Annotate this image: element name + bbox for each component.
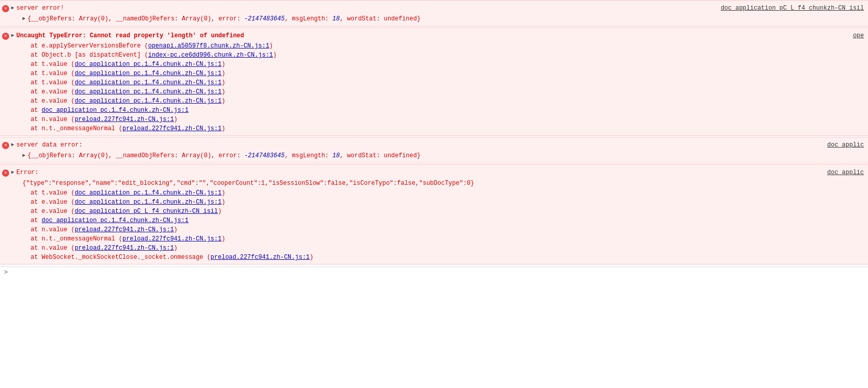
error-block-2: ✕ ▶ Uncaught TypeError: Cannot read prop… — [0, 28, 868, 136]
detail-arrow-1[interactable]: ▶ — [22, 14, 25, 23]
console-prompt: > — [4, 269, 8, 276]
stack-line-4-6: at n.value (preload.227fc941.zh-CN.js:1) — [0, 244, 868, 253]
source-link-2[interactable]: ope — [853, 31, 864, 40]
detail-arrow-3[interactable]: ▶ — [22, 151, 25, 160]
error-detail-3: ▶ {__objRefers: Array(0), __namedObjRefe… — [0, 151, 868, 161]
expand-arrow-3[interactable]: ▶ — [11, 140, 14, 150]
error-title-4: Error: — [16, 168, 827, 177]
error-icon-3: ✕ — [2, 142, 9, 149]
stack-line-2-7: at doc application pc.1…f4.chunk.zh-CN.j… — [0, 106, 868, 115]
stack-line-4-7: at WebSocket._mockSocketClose._socket.on… — [0, 253, 868, 262]
error-block-1-header: ✕ ▶ server error! doc_application_pC_L_f… — [0, 3, 868, 14]
error-title-1: server error! — [16, 4, 721, 13]
stack-line-2-1: at Object.b [as dispatchEvent] (index-pc… — [0, 51, 868, 60]
error-data-text-4: {"type":"response","name":"edit_blocking… — [22, 179, 474, 188]
stack-line-4-1: at e.value (doc application pc.1…f4.chun… — [0, 198, 868, 207]
expand-arrow-2[interactable]: ▶ — [11, 31, 14, 40]
error-block-2-header: ✕ ▶ Uncaught TypeError: Cannot read prop… — [0, 30, 868, 41]
stack-line-2-6: at e.value (doc application pc.1…f4.chun… — [0, 96, 868, 106]
stack-line-4-5: at n.t._onmessageNormal (preload.227fc94… — [0, 234, 868, 244]
source-link-1[interactable]: doc_application_pC_L_f4_chunkzh-CN_isil — [721, 4, 864, 13]
stack-line-2-3: at t.value (doc application pc.1…f4.chun… — [0, 69, 868, 78]
stack-line-2-8: at n.value (preload.227fc941.zh-CN.js:1) — [0, 115, 868, 124]
error-detail-1: ▶ {__objRefers: Array(0), __namedObjRefe… — [0, 14, 868, 24]
source-link-4[interactable]: doc applic — [827, 168, 864, 177]
error-block-4-header: ✕ ▶ Error: doc applic — [0, 167, 868, 178]
error-block-1: ✕ ▶ server error! doc_application_pC_L_f… — [0, 0, 868, 27]
stack-line-4-0: at t.value (doc application pc.1…f4.chun… — [0, 188, 868, 198]
error-data-4: {"type":"response","name":"edit_blocking… — [0, 178, 868, 188]
error-block-3: ✕ ▶ server data error: doc applic ▶ {__o… — [0, 137, 868, 163]
error-title-3: server data error: — [16, 140, 827, 150]
console-panel: ✕ ▶ server error! doc_application_pC_L_f… — [0, 0, 868, 388]
error-block-3-header: ✕ ▶ server data error: doc applic — [0, 139, 868, 151]
error-icon-4: ✕ — [2, 169, 9, 177]
error-icon-2: ✕ — [2, 33, 9, 40]
console-input[interactable] — [10, 269, 864, 276]
stack-line-4-2: at e.value (doc_application_pC_L_f4_chun… — [0, 207, 868, 216]
source-link-3[interactable]: doc applic — [827, 140, 864, 150]
console-input-row: > — [0, 266, 868, 278]
error-icon-1: ✕ — [2, 5, 9, 12]
stack-line-2-5: at e.value (doc application pc.1…f4.chun… — [0, 87, 868, 96]
expand-arrow-4[interactable]: ▶ — [11, 168, 14, 177]
detail-text-3: {__objRefers: Array(0), __namedObjRefers… — [28, 151, 421, 160]
stack-line-4-4: at n.value (preload.227fc941.zh-CN.js:1) — [0, 225, 868, 234]
expand-arrow-1[interactable]: ▶ — [11, 4, 14, 13]
stack-line-2-4: at t.value (doc application pc.1…f4.chun… — [0, 78, 868, 87]
stack-line-2-9: at n.t._onmessageNormal (preload.227fc94… — [0, 124, 868, 133]
stack-line-2-0: at e.applyServerVersionsBefore (openapi.… — [0, 41, 868, 51]
error-block-4: ✕ ▶ Error: doc applic {"type":"response"… — [0, 164, 868, 264]
detail-text-1: {__objRefers: Array(0), __namedObjRefers… — [28, 14, 421, 23]
stack-line-4-3: at doc application pc.1…f4.chunk.zh-CN.j… — [0, 216, 868, 225]
stack-line-2-2: at t.value (doc application pc.1…f4.chun… — [0, 60, 868, 69]
error-title-2: Uncaught TypeError: Cannot read property… — [16, 31, 853, 40]
